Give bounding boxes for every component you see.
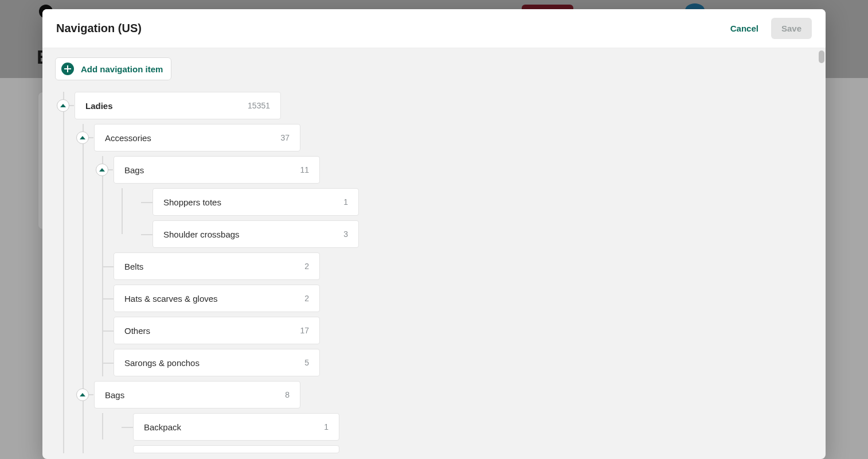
tree-branch-ladies: Accessories 37 Bags 11 [75,124,813,453]
tree-node-count: 3 [343,230,348,239]
tree-node-label: Belts [124,262,143,271]
tree-connector [102,266,114,267]
tree-line [102,413,103,439]
tree-node-count: 37 [280,133,290,142]
tree-leaf: Sarongs & ponchos 5 [114,349,813,376]
add-navigation-item-label: Add navigation item [81,64,163,74]
tree-leaf: Backpack 1 [114,413,813,441]
tree-node-shoulder[interactable]: Shoulder crossbags 3 [153,220,359,248]
tree-line [122,188,123,234]
tree-node-label: Shoppers totes [163,197,221,207]
tree-node-label: Others [124,326,150,336]
tree-leaf: Shoulder crossbags 3 [133,220,813,248]
expand-toggle[interactable] [57,99,69,112]
tree-node-count: 2 [304,262,309,271]
tree-children-bags-outer: Backpack 1 [94,413,813,453]
tree-connector [102,298,114,299]
scrollbar-thumb[interactable] [819,50,824,63]
tree-node-bags-outer[interactable]: Bags 8 [94,381,300,409]
tree-node-count: 1 [324,422,329,431]
tree-leaf: Hats & scarves & gloves 2 [114,285,813,312]
tree-node-count: 15351 [248,101,270,110]
expand-toggle[interactable] [76,131,89,144]
tree-leaf: Belts 2 [114,252,813,280]
tree-node-partial[interactable] [133,445,339,453]
tree-row-ladies: Ladies 15351 [75,92,813,119]
expand-toggle[interactable] [76,388,89,401]
tree-node-label: Shoulder crossbags [163,230,240,239]
tree-branch-root: Ladies 15351 Accessories 37 [55,92,813,453]
tree-node-count: 5 [304,358,309,367]
tree-line [83,124,84,453]
tree-node-count: 1 [343,197,348,207]
tree-connector [122,427,133,428]
tree-branch-accessories: Bags 11 Shoppers totes 1 [94,156,813,376]
modal-body: Add navigation item Ladies 15351 [42,48,826,459]
tree-node-others[interactable]: Others 17 [114,317,320,344]
tree-node-sarongs[interactable]: Sarongs & ponchos 5 [114,349,320,376]
tree-node-label: Hats & scarves & gloves [124,294,218,304]
modal-header: Navigation (US) Cancel Save [42,9,826,48]
tree-node-ladies[interactable]: Ladies 15351 [75,92,281,119]
tree-node-backpack[interactable]: Backpack 1 [133,413,339,441]
tree-node-label: Backpack [144,422,181,432]
tree-node-label: Accessories [105,133,151,143]
modal-title: Navigation (US) [56,22,142,35]
tree-connector [141,202,153,203]
modal-actions: Cancel Save [730,18,812,39]
tree-connector [102,363,114,364]
tree-node-label: Sarongs & ponchos [124,358,200,368]
tree-node-count: 2 [304,294,309,303]
tree-node-label: Bags [105,390,124,400]
expand-toggle[interactable] [96,164,108,176]
tree-row-bags-inner: Bags 11 [114,156,813,184]
tree-children-bags-inner: Shoppers totes 1 Shoulder crossbags 3 [114,188,813,248]
tree-node-count: 11 [300,165,309,174]
tree-node-label: Ladies [85,101,113,111]
add-navigation-item-button[interactable]: Add navigation item [55,57,171,80]
tree-node-belts[interactable]: Belts 2 [114,252,320,280]
tree-row-bags-outer: Bags 8 [94,381,813,409]
navigation-tree: Ladies 15351 Accessories 37 [55,92,813,453]
tree-row-accessories: Accessories 37 [94,124,813,151]
navigation-modal: Navigation (US) Cancel Save Add navigati… [42,9,826,459]
save-button[interactable]: Save [771,18,812,39]
cancel-button[interactable]: Cancel [730,24,758,33]
tree-node-shoppers[interactable]: Shoppers totes 1 [153,188,359,216]
tree-node-bags-inner[interactable]: Bags 11 [114,156,320,184]
tree-node-count: 17 [300,326,309,335]
tree-leaf: Others 17 [114,317,813,344]
tree-connector [141,234,153,235]
tree-connector [102,330,114,332]
tree-node-hats[interactable]: Hats & scarves & gloves 2 [114,285,320,312]
tree-leaf [114,445,813,453]
tree-node-count: 8 [285,390,290,399]
tree-node-accessories[interactable]: Accessories 37 [94,124,300,151]
tree-line [63,92,64,453]
tree-node-label: Bags [124,165,144,175]
tree-leaf: Shoppers totes 1 [133,188,813,216]
plus-icon [61,63,74,75]
